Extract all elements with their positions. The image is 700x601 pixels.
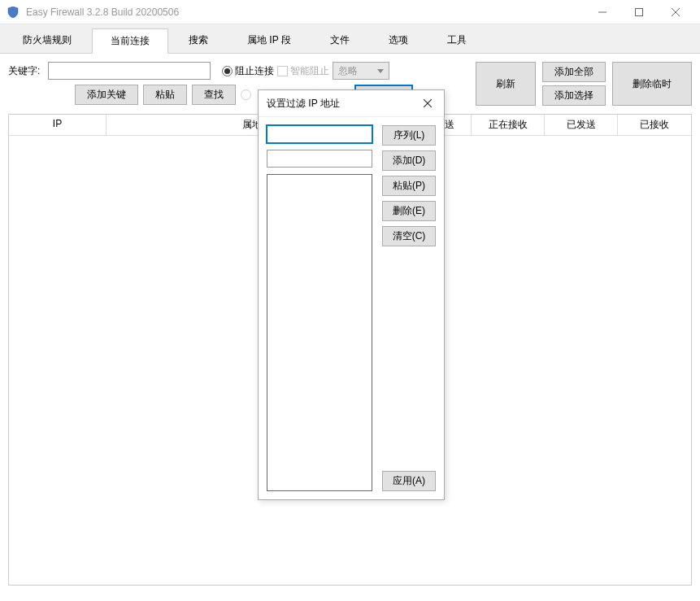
delete-temp-button[interactable]: 删除临时: [612, 62, 692, 106]
find-button[interactable]: 查找: [192, 85, 236, 105]
tab-firewall-rules[interactable]: 防火墙规则: [4, 28, 90, 53]
col-receiving[interactable]: 正在接收: [472, 115, 545, 135]
checkbox-smart-block[interactable]: 智能阻止: [277, 64, 329, 78]
dialog-title-text: 设置过滤 IP 地址: [267, 97, 340, 111]
refresh-button[interactable]: 刷新: [476, 62, 536, 106]
tab-file[interactable]: 文件: [311, 28, 368, 53]
dropdown-value: 忽略: [338, 64, 358, 78]
dialog-ip-listbox[interactable]: [267, 174, 372, 491]
tab-options[interactable]: 选项: [370, 28, 427, 53]
add-all-button[interactable]: 添加全部: [542, 62, 606, 82]
radio-icon: [241, 89, 251, 100]
tab-current-connections[interactable]: 当前连接: [92, 28, 168, 54]
checkbox-label: 智能阻止: [290, 64, 329, 78]
dialog-titlebar: 设置过滤 IP 地址: [259, 90, 444, 117]
dialog-body: 序列(L) 添加(D) 粘贴(P) 删除(E) 清空(C) 应用(A): [259, 117, 444, 499]
radio-block-connection[interactable]: 阻止连接: [222, 64, 274, 78]
tab-ip-region[interactable]: 属地 IP 段: [228, 28, 310, 53]
dialog-ip-input-2[interactable]: [267, 150, 372, 168]
col-received[interactable]: 已接收: [618, 115, 691, 135]
minimize-button[interactable]: [584, 0, 620, 24]
paste-button[interactable]: 粘贴: [143, 85, 187, 105]
keyword-label: 关键字:: [8, 64, 40, 78]
col-ip[interactable]: IP: [9, 115, 107, 135]
dialog-close-button[interactable]: [420, 95, 436, 111]
app-icon: [7, 6, 20, 19]
toolbar-row-1: 关键字: 阻止连接 智能阻止 忽略: [8, 62, 476, 80]
add-select-button[interactable]: 添加选择: [542, 85, 606, 106]
checkbox-icon: [277, 66, 288, 76]
tab-tools[interactable]: 工具: [428, 28, 485, 53]
radio-icon: [222, 66, 233, 76]
right-button-group: 刷新 添加全部 添加选择 删除临时: [476, 62, 692, 106]
svg-rect-1: [635, 8, 642, 15]
window-controls: [584, 0, 693, 24]
dialog-apply-button[interactable]: 应用(A): [382, 471, 436, 491]
ignore-dropdown[interactable]: 忽略: [333, 62, 389, 80]
close-button[interactable]: [657, 0, 693, 24]
add-keyword-button[interactable]: 添加关键: [75, 85, 138, 105]
maximize-button[interactable]: [620, 0, 657, 24]
dialog-paste-button[interactable]: 粘贴(P): [382, 176, 436, 196]
dialog-delete-button[interactable]: 删除(E): [382, 201, 436, 221]
dialog-ip-input-1[interactable]: [267, 125, 372, 143]
tab-search[interactable]: 搜索: [170, 28, 227, 53]
dialog-add-button[interactable]: 添加(D): [382, 150, 436, 171]
dialog-sequence-button[interactable]: 序列(L): [382, 125, 436, 146]
dialog-clear-button[interactable]: 清空(C): [382, 226, 436, 246]
titlebar: Easy Firewall 3.2.8 Build 20200506: [0, 0, 700, 24]
window-title: Easy Firewall 3.2.8 Build 20200506: [26, 7, 584, 18]
radio-label: 阻止连接: [235, 64, 274, 78]
filter-ip-dialog: 设置过滤 IP 地址 序列(L) 添加(D) 粘贴(P) 删除(E) 清空(C)…: [258, 89, 445, 500]
col-sent[interactable]: 已发送: [545, 115, 618, 135]
tabs-row: 防火墙规则 当前连接 搜索 属地 IP 段 文件 选项 工具: [0, 24, 700, 54]
keyword-input[interactable]: [48, 62, 211, 80]
